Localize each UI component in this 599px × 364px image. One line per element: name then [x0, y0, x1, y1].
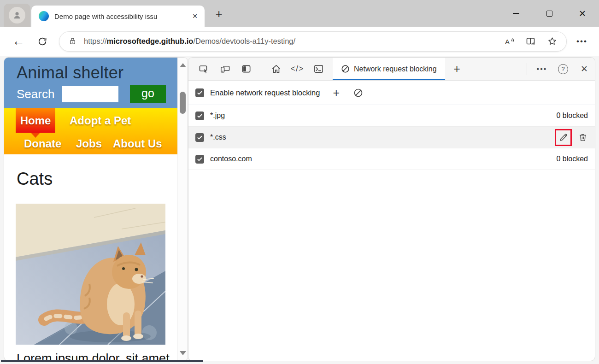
- enable-blocking-checkbox[interactable]: [195, 88, 204, 97]
- enable-blocking-row: Enable network request blocking +: [188, 81, 595, 105]
- tab-close-icon[interactable]: ✕: [189, 11, 201, 21]
- search-row: Search go: [17, 85, 166, 103]
- web-page-content: Animal shelter Search go Home Adopt a Pe…: [4, 58, 177, 361]
- scroll-down-icon[interactable]: [180, 351, 186, 355]
- maximize-button[interactable]: [533, 0, 566, 27]
- check-icon: [197, 113, 203, 119]
- browser-toolbar: ← https://microsoftedge.github.io/Demos/…: [0, 27, 599, 56]
- add-pattern-button[interactable]: +: [333, 86, 340, 100]
- device-emulation-icon: [220, 64, 230, 74]
- favorites-button[interactable]: [541, 33, 563, 50]
- nav-item-adopt-a-pet[interactable]: Adopt a Pet: [70, 114, 131, 127]
- refresh-button[interactable]: [30, 32, 54, 51]
- nav-item-about-us[interactable]: About Us: [113, 137, 162, 150]
- browser-tab[interactable]: Demo page with accessibility issu ✕: [31, 6, 205, 27]
- delete-pattern-button[interactable]: [578, 132, 588, 142]
- help-icon: ?: [558, 64, 568, 74]
- back-button[interactable]: ←: [6, 32, 30, 51]
- cat-photo: /: [16, 204, 165, 345]
- page-nav: Home Adopt a Pet Donate Jobs About Us: [4, 108, 177, 154]
- lock-icon: [68, 36, 77, 46]
- nav-item-donate[interactable]: Donate: [24, 137, 61, 150]
- pattern-checkbox[interactable]: [195, 133, 204, 142]
- url-text[interactable]: https://microsoftedge.github.io/Demos/de…: [84, 37, 499, 46]
- url-scheme: https://: [84, 37, 107, 45]
- read-aloud-button[interactable]: A: [499, 33, 520, 50]
- focus-mode-icon: [241, 64, 252, 74]
- new-tab-button[interactable]: +: [211, 6, 227, 22]
- minimize-button[interactable]: [499, 0, 533, 27]
- immersive-reader-button[interactable]: [520, 33, 541, 50]
- devtools-tab-label: Network request blocking: [354, 65, 437, 73]
- star-icon: [547, 36, 558, 47]
- console-tab-button[interactable]: [308, 58, 329, 80]
- close-window-button[interactable]: ✕: [566, 0, 599, 27]
- search-label: Search: [17, 87, 62, 101]
- url-domain: microsoftedge.github.io: [107, 37, 194, 45]
- address-bar[interactable]: https://microsoftedge.github.io/Demos/de…: [59, 31, 567, 52]
- edit-button-highlight: [555, 129, 572, 146]
- devtools-panel: </> Network request blocking +: [188, 57, 595, 361]
- edit-pattern-button[interactable]: [558, 132, 569, 142]
- pencil-icon: [558, 132, 569, 142]
- block-icon: [353, 88, 363, 98]
- page-bottom-edge: [1, 360, 203, 362]
- pattern-checkbox[interactable]: [195, 112, 204, 120]
- tab-network-request-blocking[interactable]: Network request blocking: [333, 58, 445, 80]
- blocked-count: 0 blocked: [557, 112, 588, 120]
- pattern-text: *.css: [210, 133, 226, 141]
- browser-window: Demo page with accessibility issu ✕ + ✕ …: [0, 0, 599, 364]
- pattern-checkbox[interactable]: [195, 155, 204, 164]
- page-scrollbar[interactable]: [177, 58, 188, 361]
- check-icon: [197, 90, 203, 96]
- scroll-up-icon[interactable]: [180, 63, 186, 67]
- page-title: Animal shelter: [17, 63, 123, 82]
- focus-mode-button[interactable]: [235, 58, 257, 80]
- edge-logo-icon: [39, 11, 49, 21]
- nav-item-home[interactable]: Home: [16, 108, 55, 133]
- refresh-icon: [37, 36, 48, 47]
- search-input[interactable]: [62, 86, 118, 102]
- close-devtools-button[interactable]: ✕: [574, 58, 595, 80]
- tab-title: Demo page with accessibility issu: [54, 12, 189, 20]
- page-paragraph: Lorem ipsum dolor, sit amet: [17, 352, 177, 361]
- blocked-pattern-row[interactable]: contoso.com 0 blocked: [188, 148, 595, 170]
- check-icon: [197, 156, 203, 162]
- toolbar-divider: [261, 63, 261, 75]
- person-icon: [12, 10, 22, 20]
- device-emulation-button[interactable]: [214, 58, 235, 80]
- elements-tab-button[interactable]: </>: [287, 58, 308, 80]
- read-aloud-letter: A: [505, 37, 510, 45]
- nav-item-jobs[interactable]: Jobs: [76, 137, 102, 150]
- blocked-pattern-row[interactable]: *.jpg 0 blocked: [188, 105, 595, 127]
- page-header: Animal shelter Search go: [4, 58, 177, 108]
- profile-button[interactable]: [4, 4, 30, 27]
- settings-more-button[interactable]: •••: [571, 32, 593, 51]
- read-aloud-icon: A: [504, 36, 515, 47]
- scrollbar-thumb[interactable]: [180, 92, 186, 114]
- trash-icon: [578, 132, 588, 142]
- block-icon: [341, 65, 350, 73]
- devtools-toolbar-right: ••• ? ✕: [523, 58, 595, 80]
- web-page-panel: Animal shelter Search go Home Adopt a Pe…: [4, 57, 188, 361]
- welcome-tab-button[interactable]: [265, 58, 287, 80]
- devtools-help-button[interactable]: ?: [552, 58, 574, 80]
- go-button[interactable]: go: [130, 85, 166, 103]
- more-tabs-button[interactable]: +: [445, 58, 469, 80]
- cats-heading: Cats: [17, 169, 177, 189]
- minimize-icon: [513, 13, 519, 14]
- devtools-toolbar: </> Network request blocking +: [188, 58, 595, 81]
- immersive-reader-icon: [525, 36, 536, 47]
- row-actions: [555, 129, 588, 146]
- home-icon: [271, 64, 282, 74]
- content-area: Animal shelter Search go Home Adopt a Pe…: [0, 56, 599, 364]
- toolbar-divider: [527, 63, 527, 75]
- url-path: /Demos/devtools-a11y-testing/: [193, 37, 295, 45]
- blocked-pattern-row[interactable]: *.css: [188, 127, 595, 148]
- inspect-tool-button[interactable]: [193, 58, 214, 80]
- enable-blocking-label: Enable network request blocking: [210, 88, 320, 97]
- customize-devtools-button[interactable]: •••: [531, 58, 552, 80]
- remove-all-patterns-button[interactable]: [353, 88, 363, 98]
- inspect-icon: [199, 64, 209, 74]
- pattern-text: *.jpg: [210, 112, 225, 120]
